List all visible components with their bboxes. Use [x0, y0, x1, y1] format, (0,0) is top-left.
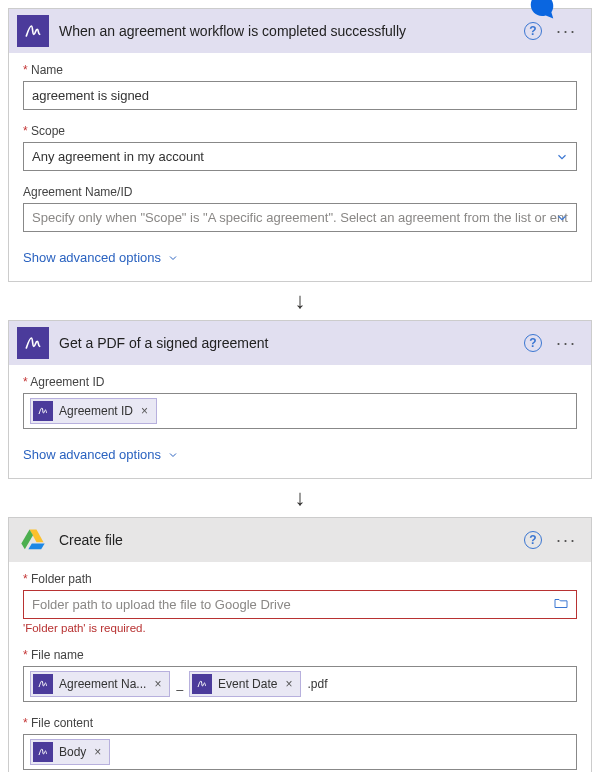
folder-path-error: 'Folder path' is required.: [23, 622, 577, 634]
show-advanced-label: Show advanced options: [23, 250, 161, 265]
file-name-input[interactable]: Agreement Na... × _ Event Date × .pdf: [23, 666, 577, 702]
token-body[interactable]: Body ×: [30, 739, 110, 765]
agreement-input[interactable]: [23, 203, 577, 232]
step-createfile-header[interactable]: Create file ? ···: [9, 518, 591, 562]
agreement-label: Agreement Name/ID: [23, 185, 577, 199]
folder-picker-icon[interactable]: [553, 595, 569, 614]
show-advanced-label: Show advanced options: [23, 447, 161, 462]
token-label: Agreement ID: [59, 404, 133, 418]
google-drive-icon: [17, 524, 49, 556]
token-remove-icon[interactable]: ×: [283, 677, 294, 691]
chevron-down-icon: [167, 449, 179, 461]
step-trigger-title: When an agreement workflow is completed …: [59, 23, 514, 39]
step-createfile-title: Create file: [59, 532, 514, 548]
filename-separator: _: [174, 677, 185, 691]
adobe-sign-icon: [33, 742, 53, 762]
show-advanced-link[interactable]: Show advanced options: [23, 250, 179, 265]
more-menu-icon[interactable]: ···: [556, 22, 577, 40]
token-remove-icon[interactable]: ×: [139, 404, 150, 418]
token-label: Body: [59, 745, 86, 759]
step-createfile-card: Create file ? ··· Folder path 'Folder pa…: [8, 517, 592, 772]
adobe-sign-icon: [192, 674, 212, 694]
adobe-sign-icon: [33, 674, 53, 694]
adobe-sign-icon: [33, 401, 53, 421]
name-label: Name: [23, 63, 577, 77]
step-getpdf-body: Agreement ID Agreement ID × Show advance…: [9, 365, 591, 478]
file-content-label: File content: [23, 716, 577, 730]
comment-indicator-icon: [527, 0, 557, 21]
help-icon[interactable]: ?: [524, 22, 542, 40]
show-advanced-link[interactable]: Show advanced options: [23, 447, 179, 462]
name-input[interactable]: [23, 81, 577, 110]
more-menu-icon[interactable]: ···: [556, 531, 577, 549]
filename-extension: .pdf: [305, 677, 329, 691]
token-agreement-name[interactable]: Agreement Na... ×: [30, 671, 170, 697]
file-name-label: File name: [23, 648, 577, 662]
step-getpdf-card: Get a PDF of a signed agreement ? ··· Ag…: [8, 320, 592, 479]
step-trigger-card: When an agreement workflow is completed …: [8, 8, 592, 282]
scope-label: Scope: [23, 124, 577, 138]
step-createfile-body: Folder path 'Folder path' is required. F…: [9, 562, 591, 772]
file-content-input[interactable]: Body ×: [23, 734, 577, 770]
help-icon[interactable]: ?: [524, 334, 542, 352]
agreement-id-label: Agreement ID: [23, 375, 577, 389]
token-remove-icon[interactable]: ×: [152, 677, 163, 691]
step-trigger-header[interactable]: When an agreement workflow is completed …: [9, 9, 591, 53]
adobe-sign-icon: [17, 327, 49, 359]
token-label: Agreement Na...: [59, 677, 146, 691]
folder-path-input[interactable]: [23, 590, 577, 619]
scope-select[interactable]: [23, 142, 577, 171]
step-getpdf-header[interactable]: Get a PDF of a signed agreement ? ···: [9, 321, 591, 365]
token-agreement-id[interactable]: Agreement ID ×: [30, 398, 157, 424]
flow-arrow-icon: ↓: [8, 479, 592, 517]
token-label: Event Date: [218, 677, 277, 691]
more-menu-icon[interactable]: ···: [556, 334, 577, 352]
token-event-date[interactable]: Event Date ×: [189, 671, 301, 697]
step-trigger-body: Name Scope Agreement Name/ID Show advanc…: [9, 53, 591, 281]
help-icon[interactable]: ?: [524, 531, 542, 549]
flow-arrow-icon: ↓: [8, 282, 592, 320]
step-getpdf-title: Get a PDF of a signed agreement: [59, 335, 514, 351]
agreement-id-input[interactable]: Agreement ID ×: [23, 393, 577, 429]
adobe-sign-icon: [17, 15, 49, 47]
folder-path-label: Folder path: [23, 572, 577, 586]
chevron-down-icon: [167, 252, 179, 264]
token-remove-icon[interactable]: ×: [92, 745, 103, 759]
